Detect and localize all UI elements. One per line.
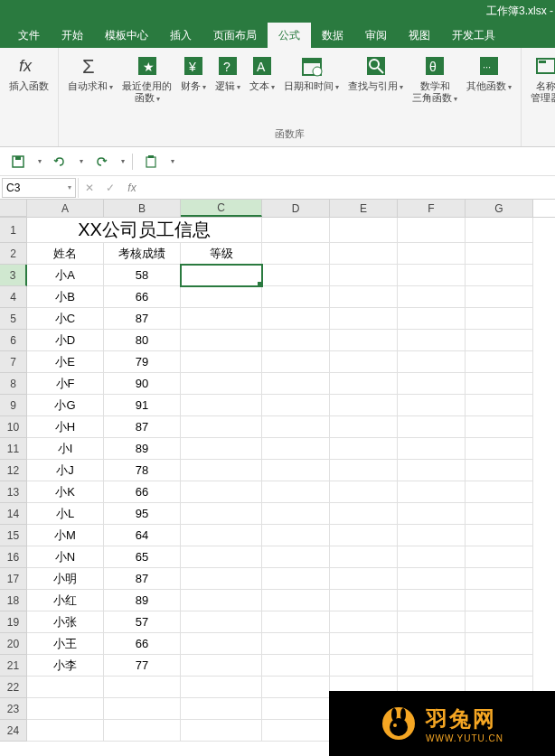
cell-G15[interactable] — [466, 525, 533, 546]
cell-D8[interactable] — [262, 373, 330, 395]
cell-G17[interactable] — [466, 568, 533, 590]
cell-D20[interactable] — [262, 633, 330, 655]
undo-dropdown-icon[interactable]: ▾ — [80, 157, 83, 165]
cell-A14[interactable]: 小L — [27, 503, 104, 525]
logical-button[interactable]: ?逻辑▾ — [212, 51, 244, 126]
cell-B4[interactable]: 66 — [104, 286, 181, 308]
cell-E4[interactable] — [330, 286, 398, 308]
cell-D17[interactable] — [262, 568, 330, 590]
cell-A10[interactable]: 小H — [27, 416, 104, 438]
cell-D22[interactable] — [262, 677, 330, 698]
cell-F15[interactable] — [398, 525, 466, 546]
cell-G21[interactable] — [466, 655, 533, 677]
name-manager-button[interactable]: 名称管理器 — [527, 51, 555, 143]
menu-2[interactable]: 模板中心 — [94, 23, 159, 49]
cell-A19[interactable]: 小张 — [27, 611, 104, 633]
cell-C21[interactable] — [181, 655, 262, 677]
datetime-button[interactable]: 日期和时间▾ — [280, 51, 343, 126]
cell-E13[interactable] — [330, 481, 398, 503]
cell-C24[interactable] — [181, 720, 262, 742]
cell-B15[interactable]: 64 — [104, 525, 181, 546]
cell-C22[interactable] — [181, 677, 262, 698]
cell-E17[interactable] — [330, 568, 398, 590]
cell-C15[interactable] — [181, 525, 262, 546]
cell-A13[interactable]: 小K — [27, 481, 104, 503]
cell-C20[interactable] — [181, 633, 262, 655]
col-header-D[interactable]: D — [262, 200, 330, 217]
cell-E14[interactable] — [330, 503, 398, 525]
row-header-6[interactable]: 6 — [0, 330, 27, 351]
cell-D12[interactable] — [262, 460, 330, 481]
cell-G5[interactable] — [466, 308, 533, 330]
text-button[interactable]: A文本▾ — [246, 51, 278, 126]
cell-B2[interactable]: 考核成绩 — [104, 243, 181, 265]
menu-7[interactable]: 审阅 — [354, 23, 398, 49]
cell-A6[interactable]: 小D — [27, 330, 104, 351]
cell-F17[interactable] — [398, 568, 466, 590]
cell-B13[interactable]: 66 — [104, 481, 181, 503]
col-header-B[interactable]: B — [104, 200, 181, 217]
cell-G13[interactable] — [466, 481, 533, 503]
cell-E6[interactable] — [330, 330, 398, 351]
cell-A20[interactable]: 小王 — [27, 633, 104, 655]
cell-D4[interactable] — [262, 286, 330, 308]
cell-B14[interactable]: 95 — [104, 503, 181, 525]
cell-F2[interactable] — [398, 243, 466, 265]
cell-E15[interactable] — [330, 525, 398, 546]
other-button[interactable]: ···其他函数▾ — [463, 51, 515, 126]
cell-D6[interactable] — [262, 330, 330, 351]
cell-B18[interactable]: 89 — [104, 590, 181, 611]
lookup-button[interactable]: 查找与引用▾ — [344, 51, 407, 126]
row-header-23[interactable]: 23 — [0, 698, 27, 720]
cancel-button[interactable]: ✕ — [78, 178, 99, 198]
row-header-22[interactable]: 22 — [0, 677, 27, 698]
menu-1[interactable]: 开始 — [51, 23, 94, 49]
cell-E7[interactable] — [330, 351, 398, 373]
cell-F8[interactable] — [398, 373, 466, 395]
row-header-11[interactable]: 11 — [0, 438, 27, 460]
math-button[interactable]: θ数学和三角函数▾ — [409, 51, 461, 126]
cell-D5[interactable] — [262, 308, 330, 330]
cell-D2[interactable] — [262, 243, 330, 265]
cell-C10[interactable] — [181, 416, 262, 438]
row-header-19[interactable]: 19 — [0, 611, 27, 633]
cell-F18[interactable] — [398, 590, 466, 611]
cell-D3[interactable] — [262, 265, 330, 286]
cell-F21[interactable] — [398, 655, 466, 677]
cell-A4[interactable]: 小B — [27, 286, 104, 308]
cell-A22[interactable] — [27, 677, 104, 698]
menu-3[interactable]: 插入 — [159, 23, 202, 49]
cell-B12[interactable]: 78 — [104, 460, 181, 481]
financial-button[interactable]: ¥财务▾ — [177, 51, 210, 126]
cell-F10[interactable] — [398, 416, 466, 438]
cell-F3[interactable] — [398, 265, 466, 286]
cell-C8[interactable] — [181, 373, 262, 395]
cell-D18[interactable] — [262, 590, 330, 611]
row-header-12[interactable]: 12 — [0, 460, 27, 481]
cell-A16[interactable]: 小N — [27, 546, 104, 568]
cell-C12[interactable] — [181, 460, 262, 481]
cell-A11[interactable]: 小I — [27, 438, 104, 460]
fx-button[interactable]: fx — [121, 178, 143, 198]
menu-5[interactable]: 公式 — [268, 23, 311, 49]
name-box-dropdown-icon[interactable]: ▾ — [68, 183, 71, 191]
insert-function-button[interactable]: fx插入函数 — [5, 51, 52, 143]
cell-A15[interactable]: 小M — [27, 525, 104, 546]
cell-F6[interactable] — [398, 330, 466, 351]
row-header-8[interactable]: 8 — [0, 373, 27, 395]
cell-B5[interactable]: 87 — [104, 308, 181, 330]
cell-A21[interactable]: 小李 — [27, 655, 104, 677]
menu-4[interactable]: 页面布局 — [202, 23, 268, 49]
cell-C23[interactable] — [181, 698, 262, 720]
cell-F11[interactable] — [398, 438, 466, 460]
cell-D21[interactable] — [262, 655, 330, 677]
row-header-2[interactable]: 2 — [0, 243, 27, 265]
cell-A12[interactable]: 小J — [27, 460, 104, 481]
save-button[interactable] — [7, 151, 29, 173]
col-header-E[interactable]: E — [330, 200, 398, 217]
cell-A3[interactable]: 小A — [27, 265, 104, 286]
row-header-13[interactable]: 13 — [0, 481, 27, 503]
cell-G14[interactable] — [466, 503, 533, 525]
cell-B10[interactable]: 87 — [104, 416, 181, 438]
cell-D13[interactable] — [262, 481, 330, 503]
